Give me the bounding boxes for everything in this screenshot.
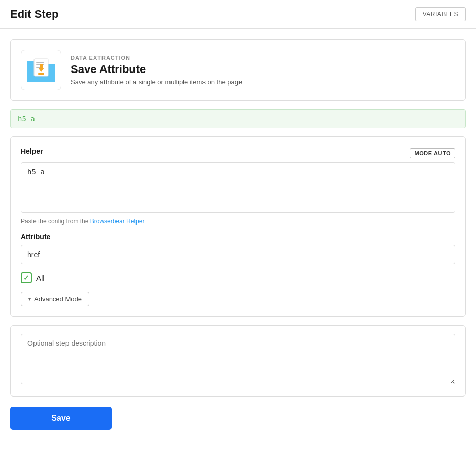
hint-text: Paste the config from the Browserbear He… bbox=[21, 218, 455, 225]
browserbear-helper-link[interactable]: Browserbear Helper bbox=[90, 218, 145, 225]
step-name: Save Attribute bbox=[71, 63, 242, 76]
helper-textarea[interactable]: h5 a bbox=[21, 162, 455, 213]
all-row: ✓ All bbox=[21, 272, 455, 283]
advanced-mode-button[interactable]: ▾ Advanced Mode bbox=[21, 292, 89, 306]
step-category: DATA EXTRACTION bbox=[71, 55, 242, 61]
variables-button[interactable]: VARIABLES bbox=[415, 7, 466, 21]
svg-rect-2 bbox=[36, 62, 44, 63]
attribute-label: Attribute bbox=[21, 233, 455, 241]
helper-section: Helper MODE AUTO h5 a Paste the config f… bbox=[21, 147, 455, 225]
chevron-down-icon: ▾ bbox=[28, 296, 31, 302]
description-card bbox=[10, 325, 466, 397]
page-title: Edit Step bbox=[10, 8, 58, 21]
step-icon bbox=[25, 54, 57, 86]
attribute-section: Attribute bbox=[21, 233, 455, 272]
all-label: All bbox=[36, 274, 45, 282]
mode-badge: MODE AUTO bbox=[410, 148, 455, 158]
description-textarea[interactable] bbox=[21, 334, 455, 384]
step-info-card: DATA EXTRACTION Save Attribute Save any … bbox=[10, 39, 466, 101]
save-button[interactable]: Save bbox=[10, 407, 112, 430]
svg-rect-6 bbox=[38, 73, 44, 75]
config-card: Helper MODE AUTO h5 a Paste the config f… bbox=[10, 136, 466, 317]
advanced-mode-label: Advanced Mode bbox=[34, 295, 82, 303]
step-icon-wrapper bbox=[21, 50, 61, 90]
all-checkbox[interactable]: ✓ bbox=[21, 272, 32, 283]
attribute-input[interactable] bbox=[21, 245, 455, 264]
selector-bar: h5 a bbox=[10, 109, 466, 128]
step-description: Save any attribute of a single or multip… bbox=[71, 78, 242, 86]
all-checkbox-check: ✓ bbox=[23, 274, 29, 282]
helper-label: Helper bbox=[21, 147, 43, 155]
